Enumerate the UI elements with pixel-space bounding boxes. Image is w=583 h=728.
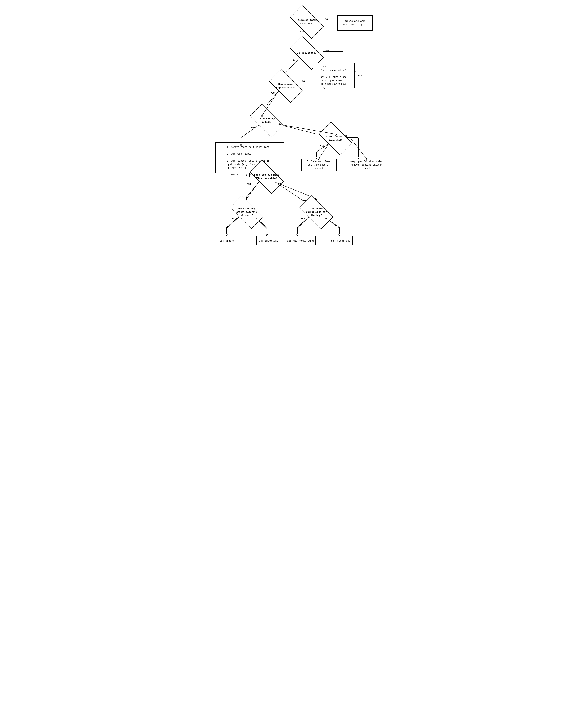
diamond-is-actually-bug: Is actuallya bug? xyxy=(251,112,282,129)
yes-label-5: YES xyxy=(320,145,324,148)
no-label-2: NO xyxy=(293,59,295,61)
yes-label-3: YES xyxy=(271,92,275,95)
rect-label-need-reproduction: Label: "need reproduction" bot will auto… xyxy=(313,63,355,88)
rect-p2-workaround: p2: has workaround xyxy=(285,236,316,245)
no-label-1: NO xyxy=(325,18,328,21)
yes-label-1: YES xyxy=(300,31,304,33)
yes-label-8: YES xyxy=(301,217,305,220)
flowchart-diagram: Followed issue template? YES NO Close an… xyxy=(206,8,378,237)
no-label-8: NO xyxy=(325,217,328,220)
rect-keep-open: Keep open for discussion remove "pending… xyxy=(346,159,387,171)
yes-label-4: YES xyxy=(251,127,255,129)
rect-explain-close: Explain and close point to docs if neede… xyxy=(301,159,337,171)
yes-label-7: YES xyxy=(231,217,235,220)
rect-p3-minor: p3: minor bug xyxy=(329,236,353,245)
no-label-4: NO xyxy=(279,122,281,125)
diamond-behavior-intended: Is the behaviorintended? xyxy=(320,130,351,147)
rect-p4-important: p4: important xyxy=(256,236,281,245)
no-label-7: NO xyxy=(256,217,258,220)
diamond-is-duplicate: Is Duplicate? xyxy=(292,44,322,61)
diamond-bug-unusable: Does the bug makeVite unusable? xyxy=(251,168,282,185)
rect-close-follow-template: Close and ask to follow template xyxy=(338,15,373,31)
yes-label-6: YES xyxy=(247,183,251,186)
rect-p5-urgent: p5: urgent xyxy=(216,236,238,245)
no-label-5: NO xyxy=(345,135,347,138)
no-label-3: NO xyxy=(302,80,305,83)
no-label-6: NO xyxy=(278,183,281,186)
yes-label-2: YES xyxy=(325,50,329,53)
diamond-has-reproduction: Has properreproduction? xyxy=(271,77,301,95)
diamond-followed-template: Followed issue template? xyxy=(292,14,322,31)
svg-line-39 xyxy=(351,139,367,159)
